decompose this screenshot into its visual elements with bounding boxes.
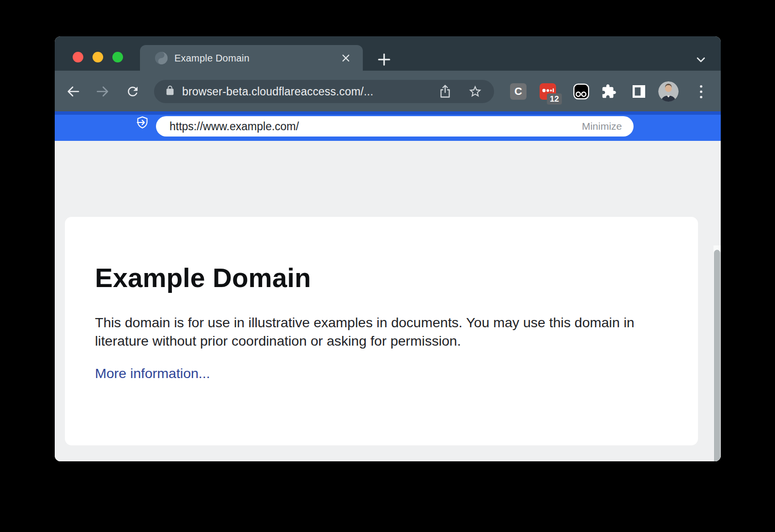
password-manager-extension-icon[interactable]: 12 bbox=[540, 83, 556, 100]
back-button[interactable] bbox=[64, 83, 82, 100]
reload-button[interactable] bbox=[124, 83, 141, 100]
page-viewport: Example Domain This domain is for use in… bbox=[55, 141, 721, 461]
macos-zoom-button[interactable] bbox=[112, 52, 123, 62]
page-paragraph: This domain is for use in illustrative e… bbox=[95, 313, 652, 350]
goggles-extension-icon[interactable] bbox=[573, 83, 589, 100]
c-extension-icon[interactable]: C bbox=[510, 83, 527, 100]
extension-badge: 12 bbox=[547, 93, 562, 105]
bookmark-star-icon[interactable] bbox=[467, 83, 483, 100]
globe-favicon-icon bbox=[155, 51, 168, 65]
tab-search-chevron-icon[interactable] bbox=[693, 53, 709, 66]
example-domain-card: Example Domain This domain is for use in… bbox=[65, 217, 698, 445]
browser-window: Example Domain bbox=[55, 36, 721, 461]
tab-close-icon[interactable] bbox=[340, 52, 352, 64]
isolated-url-input[interactable] bbox=[169, 120, 582, 134]
macos-close-button[interactable] bbox=[73, 52, 83, 62]
address-bar[interactable]: browser-beta.cloudflareaccess.com/... bbox=[154, 80, 494, 103]
macos-minimize-button[interactable] bbox=[93, 52, 103, 62]
browser-tab[interactable]: Example Domain bbox=[140, 45, 363, 71]
lock-icon[interactable] bbox=[165, 85, 175, 98]
browser-menu-icon[interactable] bbox=[695, 83, 707, 100]
scrollbar-thumb[interactable] bbox=[714, 250, 720, 461]
tab-strip: Example Domain bbox=[55, 36, 721, 71]
address-bar-url: browser-beta.cloudflareaccess.com/... bbox=[182, 85, 437, 98]
extensions-puzzle-icon[interactable] bbox=[601, 83, 617, 100]
shield-arrow-icon bbox=[136, 116, 149, 129]
tab-title: Example Domain bbox=[174, 53, 340, 64]
page-title: Example Domain bbox=[95, 217, 668, 293]
profile-avatar[interactable] bbox=[658, 81, 679, 102]
share-icon[interactable] bbox=[437, 83, 453, 100]
minimize-button[interactable]: Minimize bbox=[582, 121, 622, 132]
new-tab-button[interactable] bbox=[376, 52, 392, 67]
isolated-url-bar: Minimize bbox=[156, 116, 634, 137]
side-panel-icon[interactable] bbox=[631, 83, 647, 100]
more-information-link[interactable]: More information... bbox=[95, 365, 210, 381]
forward-button[interactable] bbox=[94, 83, 111, 100]
